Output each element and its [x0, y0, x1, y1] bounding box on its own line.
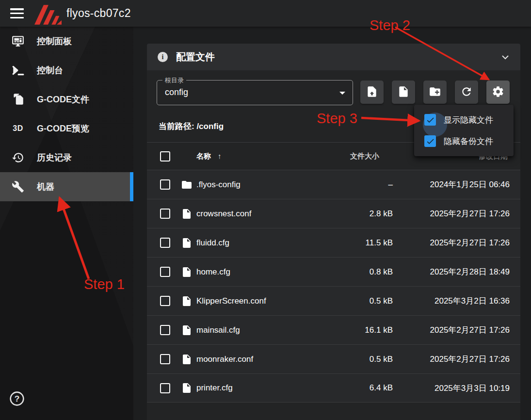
file-date: 2025年2月27日 17:26 — [393, 237, 520, 248]
file-size: 6.4 kB — [310, 383, 393, 393]
config-files-panel: i 配置文件 根目录 config 当前路径: /config 名称↑ 文件大小… — [147, 44, 520, 420]
sidebar-item-machine[interactable]: 机器 — [0, 172, 133, 201]
hamburger-icon[interactable] — [10, 8, 24, 18]
sidebar-item-label: G-CODE预览 — [37, 123, 89, 134]
file-size: 0.5 kB — [310, 355, 393, 364]
file-date: 2025年2月28日 18:49 — [393, 266, 520, 277]
sidebar-item-label: 控制台 — [37, 65, 63, 76]
sidebar-item-dashboard[interactable]: 控制面板 — [0, 27, 133, 56]
file-name: home.cfg — [196, 267, 310, 277]
file-size: 0.8 kB — [310, 267, 393, 277]
header-name[interactable]: 名称↑ — [196, 152, 310, 161]
chevron-down-icon[interactable] — [501, 53, 510, 62]
sidebar-item-label: G-CODE文件 — [37, 94, 89, 105]
sidebar-item-gcode-files[interactable]: G-CODE文件 — [0, 85, 133, 114]
help-icon[interactable]: ? — [9, 391, 25, 406]
refresh-icon — [460, 85, 473, 99]
file-icon — [174, 382, 196, 394]
file-row[interactable]: moonraker.conf0.5 kB2025年2月27日 17:26 — [147, 344, 520, 373]
file-toolbar — [360, 81, 510, 104]
refresh-button[interactable] — [455, 81, 478, 104]
caret-down-icon — [339, 92, 345, 95]
file-name: .flyos-config — [196, 180, 310, 190]
sidebar-item-label: 控制面板 — [37, 35, 72, 47]
file-date: 2025年2月27日 17:26 — [393, 354, 520, 365]
file-row[interactable]: home.cfg0.8 kB2025年2月28日 18:49 — [147, 257, 520, 286]
file-icon — [174, 295, 196, 307]
upload-file-button[interactable] — [360, 81, 384, 104]
select-label: 根目录 — [162, 76, 186, 85]
sidebar-item-console[interactable]: 控制台 — [0, 56, 133, 85]
select-value: config — [165, 87, 188, 97]
file-row[interactable]: KlipperScreen.conf0.5 kB2025年3月2日 16:36 — [147, 286, 520, 315]
file-size: 11.5 kB — [310, 238, 393, 248]
file-row[interactable]: fluidd.cfg11.5 kB2025年2月27日 17:26 — [147, 228, 520, 257]
row-checkbox[interactable] — [160, 383, 170, 393]
menu-item-label: 显示隐藏文件 — [444, 114, 493, 126]
sort-asc-icon: ↑ — [218, 152, 222, 160]
row-checkbox[interactable] — [160, 325, 170, 335]
row-checkbox[interactable] — [160, 179, 170, 190]
panel-title: 配置文件 — [176, 50, 215, 64]
file-size: 0.5 kB — [310, 296, 393, 306]
create-folder-button[interactable] — [423, 81, 447, 104]
wrench-icon — [11, 180, 25, 194]
create-file-button[interactable] — [392, 81, 415, 104]
checkbox-checked-icon[interactable] — [424, 135, 436, 147]
file-icon — [174, 208, 196, 220]
history-icon — [11, 151, 25, 164]
file-name: crowsnest.conf — [196, 209, 310, 219]
menu-item-show-hidden-files[interactable]: 显示隐藏文件 — [414, 109, 514, 130]
file-icon — [174, 266, 196, 278]
file-icon — [174, 354, 196, 365]
file-row[interactable]: crowsnest.conf2.8 kB2025年2月27日 17:26 — [147, 199, 520, 228]
file-date: 2024年1月25日 06:46 — [393, 179, 520, 190]
file-upload-icon — [366, 85, 378, 99]
sidebar-item-label: 机器 — [37, 181, 54, 193]
info-icon: i — [158, 52, 168, 62]
root-directory-select[interactable]: 根目录 config — [157, 80, 353, 105]
3d-icon: 3D — [11, 122, 25, 135]
file-name: mainsail.cfg — [196, 325, 310, 335]
file-row[interactable]: mainsail.cfg16.1 kB2025年2月27日 17:26 — [147, 315, 520, 344]
file-size: 2.8 kB — [310, 209, 393, 219]
console-icon — [11, 64, 25, 77]
select-all-checkbox[interactable] — [160, 151, 170, 162]
app-title: flyos-cb07c2 — [66, 7, 131, 20]
file-plus-icon — [397, 85, 410, 99]
file-icon — [174, 324, 196, 336]
sidebar: 控制面板控制台G-CODE文件3DG-CODE预览历史记录机器 ? — [0, 27, 133, 420]
file-row[interactable]: .flyos-config–2024年1月25日 06:46 — [147, 170, 520, 199]
app-window: flyos-cb07c2 控制面板控制台G-CODE文件3DG-CODE预览历史… — [0, 0, 531, 420]
settings-menu: 显示隐藏文件隐藏备份文件 — [414, 105, 514, 156]
file-date: 2025年2月27日 17:26 — [393, 324, 520, 336]
sidebar-item-gcode-preview[interactable]: 3DG-CODE预览 — [0, 114, 133, 143]
monitor-dashboard-icon — [11, 34, 25, 48]
panel-header[interactable]: i 配置文件 — [147, 44, 520, 70]
file-date: 2025年3月3日 10:19 — [393, 383, 520, 394]
file-icon — [174, 237, 196, 249]
row-checkbox[interactable] — [160, 267, 170, 277]
header-size[interactable]: 文件大小 — [310, 152, 393, 161]
sidebar-item-label: 历史记录 — [37, 152, 72, 163]
svg-text:?: ? — [15, 394, 20, 404]
file-size: – — [310, 180, 393, 190]
folder-plus-icon — [429, 85, 441, 99]
file-name: moonraker.conf — [196, 355, 310, 364]
file-row[interactable]: printer.cfg6.4 kB2025年3月3日 10:19 — [147, 373, 520, 403]
file-date: 2025年3月2日 16:36 — [393, 295, 520, 307]
flyos-logo — [34, 4, 62, 25]
checkbox-checked-icon[interactable] — [424, 114, 436, 126]
file-name: KlipperScreen.conf — [196, 296, 310, 306]
row-checkbox[interactable] — [160, 354, 170, 364]
row-checkbox[interactable] — [160, 238, 170, 248]
file-name: fluidd.cfg — [196, 238, 310, 248]
sidebar-item-history[interactable]: 历史记录 — [0, 143, 133, 172]
settings-button[interactable] — [486, 81, 510, 104]
file-name: printer.cfg — [196, 383, 310, 393]
row-checkbox[interactable] — [160, 209, 170, 219]
file-size: 16.1 kB — [310, 325, 393, 335]
current-path: 当前路径: /config — [159, 121, 224, 132]
row-checkbox[interactable] — [160, 296, 170, 306]
menu-item-label: 隐藏备份文件 — [444, 136, 493, 147]
